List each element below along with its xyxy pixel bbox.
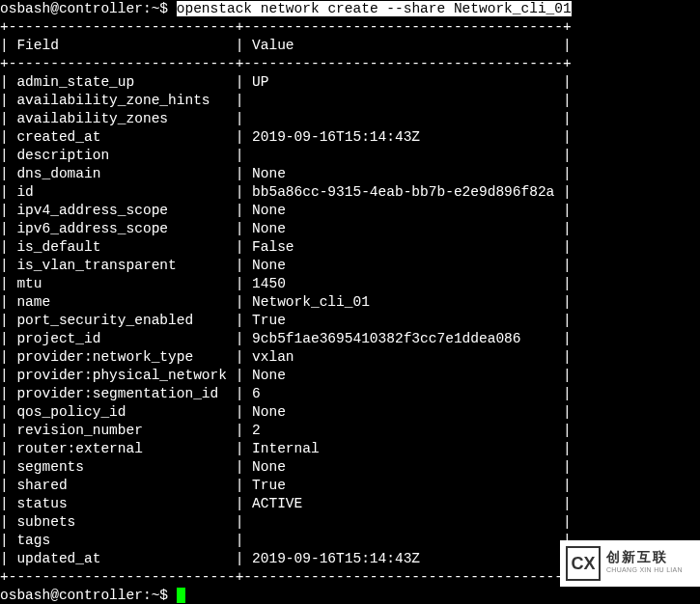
watermark-text: 创新互联 CHUANG XIN HU LIAN — [606, 551, 683, 576]
watermark-main-text: 创新互联 — [606, 551, 683, 563]
table-border-mid: +---------------------------+-----------… — [0, 55, 700, 73]
watermark: CX 创新互联 CHUANG XIN HU LIAN — [560, 540, 700, 587]
table-row: | availability_zone_hints | | — [0, 92, 700, 110]
table-row: | status | ACTIVE | — [0, 495, 700, 513]
table-body: | admin_state_up | UP || availability_zo… — [0, 73, 700, 568]
table-row: | provider:physical_network | None | — [0, 367, 700, 385]
prompt-user: osbash@controller:~$ — [0, 588, 168, 603]
table-row: | port_security_enabled | True | — [0, 312, 700, 330]
prompt-user: osbash@controller:~$ — [0, 1, 168, 16]
table-row: | ipv4_address_scope | None | — [0, 202, 700, 220]
watermark-logo-icon: CX — [566, 546, 601, 581]
table-row: | admin_state_up | UP | — [0, 73, 700, 92]
table-row: | shared | True | — [0, 477, 700, 495]
table-row: | router:external | Internal | — [0, 440, 700, 458]
watermark-sub-text: CHUANG XIN HU LIAN — [606, 563, 683, 576]
table-row: | availability_zones | | — [0, 110, 700, 128]
table-row: | project_id | 9cb5f1ae3695410382f3cc7e1… — [0, 330, 700, 348]
command-text: openstack network create --share Network… — [177, 1, 572, 16]
table-row: | id | bb5a86cc-9315-4eab-bb7b-e2e9d896f… — [0, 183, 700, 202]
table-row: | is_vlan_transparent | None | — [0, 257, 700, 275]
table-row: | dns_domain | None | — [0, 165, 700, 183]
command-line-2[interactable]: osbash@controller:~$ — [0, 587, 700, 604]
terminal-window[interactable]: osbash@controller:~$ openstack network c… — [0, 0, 700, 604]
command-line-1: osbash@controller:~$ openstack network c… — [0, 0, 700, 18]
table-row: | mtu | 1450 | — [0, 275, 700, 293]
cursor — [177, 588, 185, 603]
table-row: | provider:segmentation_id | 6 | — [0, 385, 700, 403]
table-row: | ipv6_address_scope | None | — [0, 220, 700, 238]
table-row: | created_at | 2019-09-16T15:14:43Z | — [0, 128, 700, 147]
table-header-row: | Field | Value | — [0, 37, 700, 55]
table-row: | revision_number | 2 | — [0, 422, 700, 440]
table-row: | segments | None | — [0, 458, 700, 477]
table-row: | qos_policy_id | None | — [0, 403, 700, 422]
table-row: | is_default | False | — [0, 238, 700, 257]
table-row: | description | | — [0, 147, 700, 165]
table-row: | provider:network_type | vxlan | — [0, 348, 700, 367]
table-border-top: +---------------------------+-----------… — [0, 18, 700, 37]
table-row: | name | Network_cli_01 | — [0, 293, 700, 312]
table-row: | subnets | | — [0, 513, 700, 532]
